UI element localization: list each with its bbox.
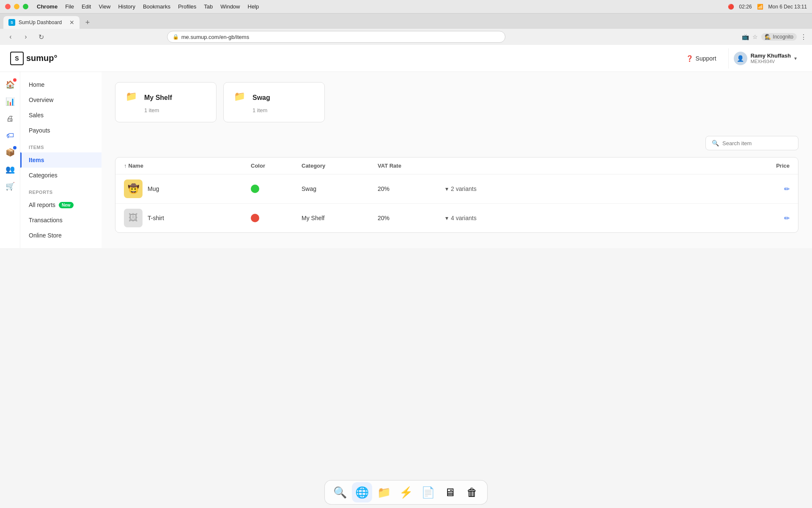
- edit-button-mug[interactable]: ✏: [784, 185, 790, 193]
- maximize-button[interactable]: [23, 4, 28, 9]
- folder-icon-swag: 📁: [234, 91, 247, 105]
- item-thumb-mug: 🤠: [124, 179, 143, 198]
- new-tab-button[interactable]: +: [81, 16, 94, 29]
- sidebar-item-home[interactable]: Home: [20, 77, 102, 92]
- close-button[interactable]: [5, 4, 11, 9]
- user-name: Ramy Khuffash: [751, 52, 791, 59]
- reload-button[interactable]: ↻: [36, 31, 47, 42]
- sidebar-items-label: Items: [29, 157, 44, 163]
- dock-finder[interactable]: 🔍: [330, 482, 350, 502]
- orders-icon-btn[interactable]: 📦: [3, 145, 18, 160]
- sidebar-item-transactions[interactable]: Transactions: [20, 213, 102, 228]
- category-cards: 📁 My Shelf 1 item 📁 Swag 1 item: [115, 82, 798, 122]
- dock-files[interactable]: 📁: [374, 482, 394, 502]
- orders-notification-badge: [13, 146, 16, 149]
- app-top-bar: S sumup° ❓ Support 👤 Ramy Khuffash MEXH9…: [0, 45, 812, 72]
- active-tab[interactable]: S SumUp Dashboard ✕: [3, 16, 80, 29]
- sidebar-item-items[interactable]: Items: [20, 152, 102, 168]
- sidebar-payouts-label: Payouts: [29, 127, 50, 134]
- browser-toolbar-right: 📺 ☆ 🕵 Incognito ⋮: [742, 33, 807, 41]
- sidebar-online-store-label: Online Store: [29, 232, 62, 239]
- item-category-tshirt: My Shelf: [302, 215, 378, 221]
- cast-icon[interactable]: 📺: [742, 33, 749, 40]
- incognito-badge: 🕵 Incognito: [761, 33, 797, 41]
- items-section-label: ITEMS: [20, 138, 102, 152]
- variants-label-mug: 2 variants: [451, 185, 477, 192]
- menu-tab[interactable]: Tab: [204, 3, 213, 10]
- sidebar-overview-label: Overview: [29, 97, 53, 103]
- category-count-my-shelf: 1 item: [144, 107, 206, 113]
- sidebar-item-categories[interactable]: Categories: [20, 168, 102, 183]
- forward-button[interactable]: ›: [20, 31, 31, 42]
- sidebar-all-reports-label: All reports: [29, 202, 55, 208]
- support-button[interactable]: ❓ Support: [681, 52, 721, 65]
- support-label: Support: [696, 55, 716, 62]
- sidebar-transactions-label: Transactions: [29, 217, 63, 224]
- wifi-icon: 📶: [757, 4, 763, 10]
- menu-chrome[interactable]: Chrome: [37, 3, 58, 10]
- dock-trash[interactable]: 🗑: [462, 482, 482, 502]
- chevron-down-icon: ▾: [794, 55, 797, 61]
- sidebar-item-overview[interactable]: Overview: [20, 92, 102, 108]
- analytics-icon-btn[interactable]: 📊: [3, 94, 18, 109]
- menu-view[interactable]: View: [99, 3, 110, 10]
- dock-desktop[interactable]: 🖥: [440, 482, 460, 502]
- items-icon-btn[interactable]: 🏷: [3, 128, 18, 143]
- home-icon-btn[interactable]: 🏠: [3, 77, 18, 92]
- lock-icon: 🔒: [173, 34, 179, 40]
- bookmark-icon[interactable]: ☆: [752, 33, 758, 40]
- folder-icon-my-shelf: 📁: [126, 91, 139, 105]
- menu-window[interactable]: Window: [220, 3, 240, 10]
- user-menu[interactable]: 👤 Ramy Khuffash MEXH934V ▾: [728, 48, 802, 69]
- variants-tshirt[interactable]: ▾ 4 variants: [445, 215, 477, 221]
- back-button[interactable]: ‹: [5, 31, 16, 42]
- col-name-header[interactable]: ↑ Name: [124, 163, 251, 169]
- category-card-swag[interactable]: 📁 Swag 1 item: [223, 82, 325, 122]
- tab-favicon: S: [8, 19, 15, 26]
- search-input[interactable]: [722, 140, 792, 146]
- sidebar-sales-label: Sales: [29, 112, 44, 119]
- incognito-icon: 🕵: [765, 34, 771, 40]
- menu-bookmarks[interactable]: Bookmarks: [143, 3, 170, 10]
- item-vat-mug: 20%: [378, 185, 445, 192]
- color-dot-tshirt: [251, 214, 259, 222]
- dock-chrome[interactable]: 🌐: [352, 482, 372, 502]
- variants-mug[interactable]: ▾ 2 variants: [445, 185, 477, 192]
- sidebar-item-sales[interactable]: Sales: [20, 108, 102, 123]
- expand-icon-mug: ▾: [445, 185, 448, 192]
- pos-icon-btn[interactable]: 🖨: [3, 111, 18, 126]
- tab-close-button[interactable]: ✕: [69, 19, 74, 26]
- avatar: 👤: [734, 52, 747, 65]
- customers-icon-btn[interactable]: 👥: [3, 162, 18, 177]
- text-menu: Home Overview Sales Payouts ITEMS Items …: [20, 72, 102, 248]
- items-table: ↑ Name Color Category VAT Rate Price 🤠 M…: [115, 157, 798, 233]
- table-header: ↑ Name Color Category VAT Rate Price: [115, 157, 798, 174]
- search-box[interactable]: 🔍: [705, 136, 798, 150]
- minimize-button[interactable]: [14, 4, 19, 9]
- sidebar-item-all-reports[interactable]: All reports New: [20, 197, 102, 213]
- menu-edit[interactable]: Edit: [82, 3, 91, 10]
- title-bar-right: 🔴 02:26 📶 Mon 6 Dec 13:11: [728, 4, 807, 10]
- dock-lightning[interactable]: ⚡: [396, 482, 416, 502]
- cart-icon-btn[interactable]: 🛒: [3, 179, 18, 194]
- menu-history[interactable]: History: [118, 3, 135, 10]
- top-bar-right: ❓ Support 👤 Ramy Khuffash MEXH934V ▾: [681, 48, 802, 69]
- sidebar-item-online-store[interactable]: Online Store: [20, 228, 102, 243]
- menu-profiles[interactable]: Profiles: [178, 3, 196, 10]
- menu-help[interactable]: Help: [248, 3, 259, 10]
- battery-indicator: 🔴: [728, 4, 734, 10]
- dock-notes[interactable]: 📄: [418, 482, 438, 502]
- dock: 🔍 🌐 📁 ⚡ 📄 🖥 🗑: [324, 480, 488, 505]
- variants-label-tshirt: 4 variants: [451, 215, 477, 221]
- url-bar[interactable]: 🔒 me.sumup.com/en-gb/items: [167, 31, 505, 43]
- category-card-my-shelf[interactable]: 📁 My Shelf 1 item: [115, 82, 217, 122]
- traffic-lights: [5, 4, 28, 9]
- price-cell-tshirt: ▾ 4 variants ✏: [445, 214, 790, 222]
- price-cell-mug: ▾ 2 variants ✏: [445, 185, 790, 193]
- sidebar-item-payouts[interactable]: Payouts: [20, 123, 102, 138]
- browser-menu-icon[interactable]: ⋮: [800, 33, 807, 41]
- menu-file[interactable]: File: [65, 3, 74, 10]
- title-bar: Chrome File Edit View History Bookmarks …: [0, 0, 812, 14]
- home-notification-badge: [13, 78, 16, 82]
- edit-button-tshirt[interactable]: ✏: [784, 214, 790, 222]
